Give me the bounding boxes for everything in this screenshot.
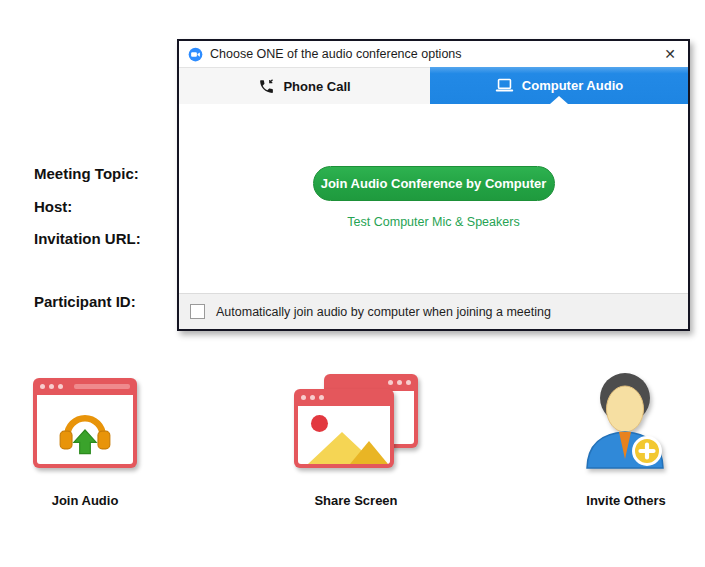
invitation-url-label: Invitation URL: xyxy=(34,230,141,247)
person-plus-icon xyxy=(581,371,671,471)
tab-computer-audio-label: Computer Audio xyxy=(522,78,623,93)
zoom-meeting-window: Meeting Topic: Host: Invitation URL: Par… xyxy=(0,0,705,567)
phone-icon xyxy=(258,78,275,95)
join-audio-button[interactable] xyxy=(33,378,137,468)
dialog-title: Choose ONE of the audio conference optio… xyxy=(210,47,462,61)
share-screen-icon xyxy=(294,389,394,468)
image-mountains xyxy=(300,422,390,464)
dialog-footer: Automatically join audio by computer whe… xyxy=(179,293,688,329)
dialog-titlebar: Choose ONE of the audio conference optio… xyxy=(179,41,688,67)
close-icon[interactable]: ✕ xyxy=(661,47,679,61)
share-screen-label: Share Screen xyxy=(296,493,416,508)
tab-phone-call-label: Phone Call xyxy=(283,79,350,94)
window-header xyxy=(33,378,137,395)
active-tab-caret xyxy=(550,96,568,104)
meeting-topic-label: Meeting Topic: xyxy=(34,165,139,182)
dialog-content: Join Audio Conference by Computer Test C… xyxy=(179,104,688,293)
join-audio-icon xyxy=(33,378,137,468)
share-screen-button[interactable] xyxy=(294,374,418,470)
zoom-camera-icon xyxy=(188,47,203,62)
host-label: Host: xyxy=(34,198,72,215)
tab-computer-audio[interactable]: Computer Audio xyxy=(430,67,688,104)
invite-others-button[interactable] xyxy=(581,371,671,471)
laptop-icon xyxy=(495,78,514,93)
auto-join-checkbox[interactable] xyxy=(190,304,205,319)
window-body xyxy=(37,395,133,464)
tab-phone-call[interactable]: Phone Call xyxy=(179,67,430,104)
participant-id-label: Participant ID: xyxy=(34,293,136,310)
auto-join-checkbox-label: Automatically join audio by computer whe… xyxy=(216,305,551,319)
audio-conference-dialog: Choose ONE of the audio conference optio… xyxy=(177,39,690,331)
headphones-up-arrow-icon xyxy=(54,404,116,456)
test-mic-speakers-link[interactable]: Test Computer Mic & Speakers xyxy=(179,215,688,229)
dialog-tabs: Phone Call Computer Audio xyxy=(179,67,688,104)
join-audio-label: Join Audio xyxy=(33,493,137,508)
join-audio-by-computer-button[interactable]: Join Audio Conference by Computer xyxy=(313,166,555,201)
invite-others-label: Invite Others xyxy=(576,493,676,508)
